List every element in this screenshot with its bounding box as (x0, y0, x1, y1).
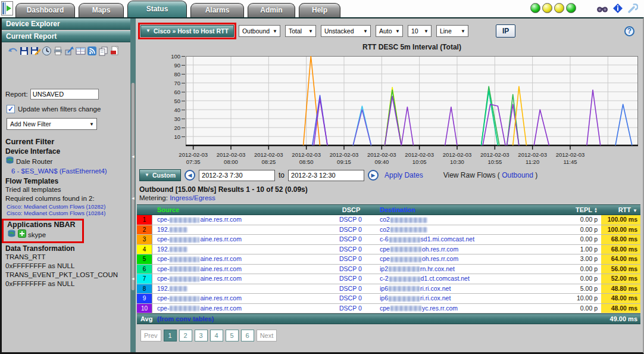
dscp-value[interactable]: DSCP 0 (327, 304, 375, 313)
dscp-value[interactable]: DSCP 0 (327, 274, 375, 284)
page-button-3[interactable]: 3 (195, 330, 208, 341)
page-button-1[interactable]: 1 (164, 330, 177, 341)
apply-dates-link[interactable]: Apply Dates (384, 171, 423, 179)
save-as-icon[interactable] (30, 46, 40, 56)
collapse-arrow-icon[interactable]: ◄ (131, 196, 135, 200)
dscp-value[interactable]: DSCP 0 (327, 215, 375, 225)
source-host-link[interactable]: cpe-aine.res.rr.com (152, 265, 327, 274)
destination-host-link[interactable]: ip6ri.ri.cox.net (375, 294, 557, 303)
source-host-link[interactable]: cpe-aine.res.rr.com (152, 274, 327, 284)
grid-icon[interactable] (76, 46, 86, 56)
binoculars-icon[interactable] (596, 4, 608, 15)
copy-csv-icon[interactable] (98, 46, 108, 56)
tab-help[interactable]: Help (299, 3, 340, 17)
source-host-link[interactable]: cpe-aine.res.rr.com (152, 294, 327, 303)
report-name-input[interactable] (30, 89, 99, 100)
total-dropdown[interactable]: Total▼ (285, 25, 316, 37)
destination-host-link[interactable]: co2 (375, 225, 557, 235)
dscp-value[interactable]: DSCP 0 (327, 235, 375, 244)
device-name[interactable]: Dale Router (16, 157, 52, 166)
rss-icon[interactable] (87, 46, 97, 56)
schedule-icon[interactable] (42, 46, 52, 56)
source-host-link[interactable]: 192. (152, 284, 327, 294)
destination-host-link[interactable]: ip2rn.hr.cox.net (375, 265, 557, 274)
source-host-link[interactable]: cpe-aine.res.rr.com (152, 235, 327, 244)
splitter-track[interactable]: ◄ ◄ ◄ (131, 83, 135, 290)
interface-link[interactable]: 6 - $ES_WAN$ (FastEthernet4) (11, 167, 130, 176)
destination-host-link[interactable]: co2 (375, 215, 557, 225)
source-host-link[interactable]: 192. (152, 245, 327, 254)
help-icon[interactable]: ? (624, 26, 634, 36)
date-from-input[interactable] (199, 170, 275, 181)
auto-dropdown[interactable]: Auto▼ (376, 25, 403, 37)
row-count-dropdown[interactable]: 10▼ (408, 25, 432, 37)
report-picker-button[interactable]: ▼ Cisco » Host to Host RTT (140, 25, 234, 37)
tepl-column-header[interactable]: TEPL▲▼ (557, 205, 601, 215)
dscp-value[interactable]: DSCP 0 (327, 265, 375, 274)
application-name[interactable]: skype (28, 230, 46, 240)
filter-remove-icon[interactable] (7, 229, 16, 240)
export-icon[interactable] (64, 46, 74, 56)
filter-device-icon[interactable] (5, 156, 14, 167)
page-button-4[interactable]: 4 (210, 330, 223, 341)
stacking-dropdown[interactable]: Unstacked▼ (321, 25, 371, 37)
page-button-5[interactable]: 5 (226, 330, 239, 341)
add-application-icon[interactable] (18, 229, 26, 240)
info-diamond-icon[interactable] (613, 4, 623, 15)
tab-alarms[interactable]: Alarms (190, 3, 244, 17)
wrench-icon[interactable] (627, 4, 638, 15)
dscp-value[interactable]: DSCP 0 (327, 254, 375, 264)
collapse-arrow-icon[interactable]: ◄ (131, 277, 135, 281)
template-link[interactable]: Cisco: Medianet Custom Flows (10282) (7, 203, 130, 210)
tab-dashboard[interactable]: Dashboard (15, 3, 75, 17)
dscp-column-header[interactable]: DSCP (327, 205, 375, 215)
transform-line: 0xFFFFFFFF as NULL (5, 262, 130, 271)
source-column-header[interactable]: Source (152, 205, 327, 215)
page-button-2[interactable]: 2 (179, 330, 192, 341)
view-raw-outbound-link[interactable]: Outbound (502, 171, 533, 179)
add-filter-dropdown[interactable]: Add New Filter ▼ (7, 118, 97, 130)
pdf-icon[interactable] (110, 46, 120, 56)
direction-dropdown[interactable]: Outbound▼ (239, 25, 280, 37)
dscp-value[interactable]: DSCP 0 (327, 245, 375, 254)
next-range-icon[interactable]: ▶ (368, 170, 379, 181)
tab-maps[interactable]: Maps (79, 3, 124, 17)
next-page-button[interactable]: Next (257, 330, 277, 341)
page-button-6[interactable]: 6 (241, 330, 254, 341)
back-icon[interactable] (8, 46, 18, 56)
rtt-column-header[interactable]: RTT ▼ (601, 205, 640, 215)
sidebar-header-device-explorer[interactable]: Device Explorer (2, 18, 130, 30)
destination-column-header[interactable]: Destination (375, 205, 557, 215)
destination-host-link[interactable]: cpeoh.res.rr.com (375, 245, 557, 254)
prev-range-icon[interactable]: ◀ (185, 170, 195, 181)
destination-host-link[interactable]: c-6sd1.mi.comcast.net (375, 235, 557, 244)
template-link[interactable]: Cisco: Medianet Custom Flows (10284) (7, 210, 130, 216)
dscp-value[interactable]: DSCP 0 (327, 284, 375, 294)
sidebar-toggle-icon[interactable] (1, 1, 13, 15)
source-host-link[interactable]: 192. (152, 225, 327, 235)
source-host-link[interactable]: cpe-aine.res.rr.com (152, 254, 327, 264)
sidebar-header-current-report[interactable]: Current Report (2, 31, 130, 42)
tab-admin[interactable]: Admin (248, 3, 295, 17)
save-icon[interactable] (19, 46, 29, 56)
destination-host-link[interactable]: cpeyc.res.rr.com (375, 304, 557, 313)
source-host-link[interactable]: cpe-aine.res.rr.com (152, 304, 327, 313)
destination-host-link[interactable]: c-2d1.ct.comcast.net (375, 274, 557, 284)
collapse-arrow-icon[interactable]: ◄ (131, 154, 135, 159)
source-host-link[interactable]: cpe-aine.res.rr.com (152, 215, 327, 225)
dscp-value[interactable]: DSCP 0 (327, 294, 375, 303)
conv-tables-link[interactable]: (from conv tables) (157, 314, 214, 324)
printer-icon[interactable] (53, 46, 63, 56)
chart-type-dropdown[interactable]: Line▼ (436, 25, 468, 37)
ip-button[interactable]: IP (496, 24, 515, 38)
destination-host-link[interactable]: ip6ri.ri.cox.net (375, 284, 557, 294)
dscp-value[interactable]: DSCP 0 (327, 225, 375, 235)
metering-link[interactable]: Ingress/Egress (170, 194, 215, 201)
tab-status[interactable]: Status (127, 1, 187, 17)
date-to-input[interactable] (288, 170, 364, 181)
update-filters-checkbox[interactable]: ✓ (7, 105, 15, 113)
current-filter-heading: Current Filter (5, 137, 130, 146)
custom-range-button[interactable]: ▼ Custom (139, 169, 181, 181)
destination-host-link[interactable]: cpeoh.res.rr.com (375, 254, 557, 264)
prev-page-button[interactable]: Prev (140, 330, 161, 341)
